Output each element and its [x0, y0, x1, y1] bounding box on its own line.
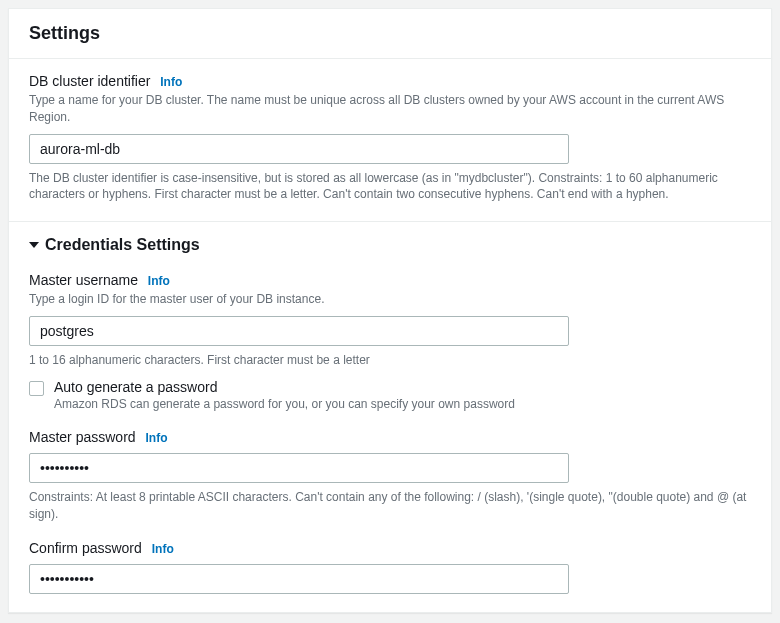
page-title: Settings	[29, 23, 751, 44]
confirm-password-input[interactable]	[29, 564, 569, 594]
master-password-block: Master password Info Constraints: At lea…	[29, 429, 751, 523]
credentials-section-title: Credentials Settings	[45, 236, 200, 254]
master-username-constraint: 1 to 16 alphanumeric characters. First c…	[29, 352, 751, 369]
auto-generate-label: Auto generate a password	[54, 379, 515, 395]
master-password-label: Master password	[29, 429, 136, 445]
master-password-constraint: Constraints: At least 8 printable ASCII …	[29, 489, 751, 523]
db-cluster-constraint: The DB cluster identifier is case-insens…	[29, 170, 751, 204]
db-cluster-label-row: DB cluster identifier Info	[29, 73, 751, 89]
credentials-section: Credentials Settings Master username Inf…	[9, 221, 771, 612]
master-password-input[interactable]	[29, 453, 569, 483]
master-password-label-row: Master password Info	[29, 429, 751, 445]
card-header: Settings	[9, 9, 771, 59]
master-username-description: Type a login ID for the master user of y…	[29, 291, 751, 308]
db-cluster-identifier-input[interactable]	[29, 134, 569, 164]
master-username-block: Master username Info Type a login ID for…	[29, 272, 751, 411]
auto-generate-checkbox[interactable]	[29, 381, 44, 396]
db-cluster-description: Type a name for your DB cluster. The nam…	[29, 92, 751, 126]
credentials-expand-toggle[interactable]: Credentials Settings	[29, 236, 751, 254]
confirm-password-label-row: Confirm password Info	[29, 540, 751, 556]
master-username-info-link[interactable]: Info	[148, 274, 170, 288]
settings-card: Settings DB cluster identifier Info Type…	[8, 8, 772, 613]
caret-down-icon	[29, 242, 39, 248]
master-username-label-row: Master username Info	[29, 272, 751, 288]
confirm-password-label: Confirm password	[29, 540, 142, 556]
master-username-label: Master username	[29, 272, 138, 288]
confirm-password-block: Confirm password Info	[29, 540, 751, 594]
auto-generate-row: Auto generate a password Amazon RDS can …	[29, 379, 751, 411]
auto-generate-description: Amazon RDS can generate a password for y…	[54, 397, 515, 411]
master-username-input[interactable]	[29, 316, 569, 346]
confirm-password-info-link[interactable]: Info	[152, 542, 174, 556]
auto-generate-content: Auto generate a password Amazon RDS can …	[54, 379, 515, 411]
db-cluster-label: DB cluster identifier	[29, 73, 150, 89]
master-password-info-link[interactable]: Info	[145, 431, 167, 445]
db-cluster-section: DB cluster identifier Info Type a name f…	[9, 59, 771, 221]
db-cluster-info-link[interactable]: Info	[160, 75, 182, 89]
